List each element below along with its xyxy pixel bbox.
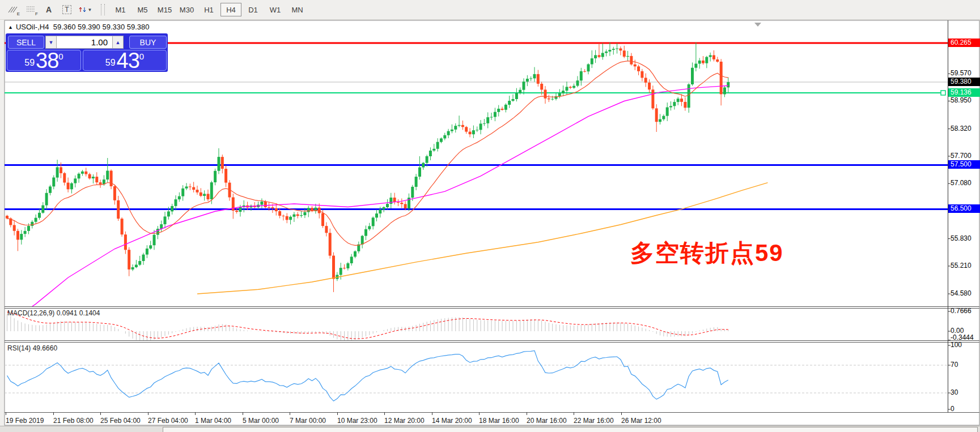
sell-price-pips: 38: [36, 52, 58, 70]
price-tick-label: 59.570: [951, 69, 971, 77]
trading-platform-window: EFAT▼ M1M5M15M30H1H4D1W1MN ▲USOil-,H4 59…: [0, 0, 980, 432]
date-tick-label: 25 Feb 04:00: [100, 417, 141, 425]
rsi-indicator-label: RSI(14) 49.6660: [7, 344, 57, 352]
date-tick-label: 5 Mar 00:00: [243, 417, 279, 425]
price-tick-label: 55.210: [951, 262, 971, 270]
symbol-name: USOil-,H4: [16, 23, 49, 31]
price-level-badge: 56.500: [948, 204, 980, 213]
date-tick-label: 7 Mar 00:00: [290, 417, 326, 425]
horizontal-scrollbar: [0, 426, 980, 432]
rsi-axis-label: 30: [951, 388, 958, 396]
macd-axis-label: -0.3444: [951, 333, 974, 341]
macd-axis-label: 0.7666: [951, 307, 971, 315]
sell-button[interactable]: SELL: [8, 36, 44, 49]
date-tick-label: 20 Mar 16:00: [527, 417, 567, 425]
buy-price-fraction: 0: [139, 52, 144, 61]
date-tick-label: 12 Mar 20:00: [384, 417, 425, 425]
date-tick-label: 19 Feb 2019: [6, 417, 44, 425]
buy-button[interactable]: BUY: [129, 36, 167, 49]
sell-price-fraction: 0: [58, 52, 63, 61]
date-tick-label: 18 Mar 16:00: [479, 417, 519, 425]
date-tick-label: 22 Mar 16:00: [574, 417, 614, 425]
date-tick-label: 1 Mar 04:00: [195, 417, 231, 425]
buy-price-display[interactable]: 59430: [83, 50, 167, 71]
date-tick-label: 14 Mar 20:00: [432, 417, 472, 425]
macd-indicator-label: MACD(12,26,9) 0.0941 0.1404: [7, 309, 100, 317]
volume-input[interactable]: [57, 36, 112, 49]
volume-increase-button[interactable]: ▲: [112, 36, 124, 49]
price-level-badge: 60.265: [948, 39, 980, 47]
buy-price-pips: 43: [117, 52, 139, 70]
price-tick-label: 57.700: [951, 152, 971, 160]
volume-decrease-button[interactable]: ▼: [45, 36, 57, 49]
price-tick-label: 57.080: [951, 179, 971, 187]
price-tick-label: 54.580: [951, 289, 971, 297]
rsi-axis-label: 70: [951, 361, 958, 369]
buy-price-whole: 59: [105, 58, 116, 68]
chart-title: ▲USOil-,H4 59.360 59.390 59.330 59.380: [8, 23, 150, 31]
date-tick-label: 27 Feb 04:00: [148, 417, 188, 425]
one-click-trading-panel: SELL ▼ ▲ BUY 59380 59430: [6, 33, 168, 72]
price-tick-label: 55.830: [951, 234, 971, 242]
symbol-marker-icon: ▲: [8, 24, 13, 30]
price-tick-label: 58.320: [951, 125, 971, 132]
price-level-badge: 59.380: [948, 78, 980, 86]
rsi-axis-label: 0: [951, 405, 954, 413]
sell-price-display[interactable]: 59380: [7, 50, 81, 71]
rsi-axis-label: 100: [951, 341, 962, 349]
ohlc-quotes: 59.360 59.390 59.330 59.380: [53, 23, 150, 31]
horizontal-scrollbar-thumb[interactable]: [163, 427, 978, 432]
price-level-badge: 57.500: [948, 160, 980, 169]
price-tick-label: 58.950: [951, 96, 971, 104]
price-level-badge: 59.136: [948, 88, 980, 97]
date-tick-label: 21 Feb 08:00: [53, 417, 94, 425]
sell-price-whole: 59: [24, 58, 35, 68]
chart-text-annotation: 多空转折点59: [630, 237, 784, 269]
date-tick-label: 10 Mar 23:00: [337, 417, 377, 425]
date-tick-label: 26 Mar 12:00: [621, 417, 661, 425]
